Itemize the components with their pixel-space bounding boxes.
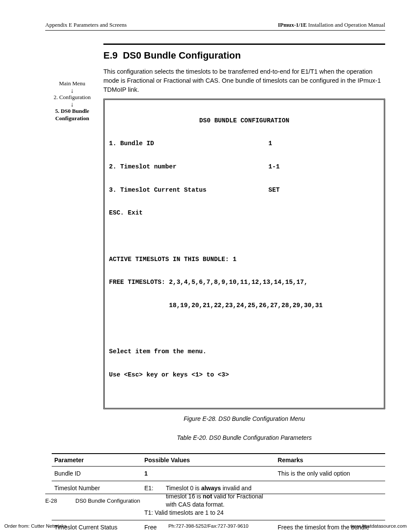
crumb-ds0-bundle-b: Configuration bbox=[41, 115, 103, 122]
col-values: Possible Values bbox=[142, 454, 275, 467]
down-arrow-icon: ↓ bbox=[41, 87, 103, 94]
page-header: Appendix E Parameters and Screens IPmux-… bbox=[45, 22, 385, 31]
footer-title: DS0 Bundle Configuration bbox=[75, 498, 140, 504]
header-right: IPmux-1/1E Installation and Operation Ma… bbox=[278, 22, 385, 28]
terminal-active: ACTIVE TIMESLOTS IN THIS BUNDLE: 1 bbox=[109, 254, 380, 265]
crumb-configuration: 2. Configuration bbox=[41, 94, 103, 101]
table-caption: Table E-20. DS0 Bundle Configuration Par… bbox=[103, 434, 385, 441]
crumb-ds0-bundle-a: 5. DS0 Bundle bbox=[41, 108, 103, 115]
terminal-use: Use <Esc> key or keys <1> to <3> bbox=[109, 369, 380, 381]
terminal-screen: DS0 BUNDLE CONFIGURATION 1. Bundle ID1 2… bbox=[103, 99, 385, 409]
terminal-title: DS0 BUNDLE CONFIGURATION bbox=[109, 115, 380, 127]
terminal-free1: FREE TIMESLOTS: 2,3,4,5,6,7,8,9,10,11,12… bbox=[109, 277, 380, 288]
figure-caption: Figure E-28. DS0 Bundle Configuration Me… bbox=[103, 415, 385, 422]
crumb-main-menu: Main Menu bbox=[41, 80, 103, 87]
terminal-row: 3. Timeslot Current StatusSET bbox=[109, 184, 380, 196]
order-phone: Ph:727-398-5252/Fax:727-397-9610 bbox=[168, 523, 249, 529]
page-number: E-28 bbox=[45, 498, 75, 504]
parameters-table: Parameter Possible Values Remarks Bundle… bbox=[52, 453, 385, 532]
section-intro: This configuration selects the timeslots… bbox=[103, 67, 385, 94]
terminal-row: 2. Timeslot number1-1 bbox=[109, 161, 380, 173]
terminal-select: Select item from the menu. bbox=[109, 346, 380, 358]
down-arrow-icon: ↓ bbox=[41, 101, 103, 108]
section-title: E.9 DS0 Bundle Configuration bbox=[103, 50, 385, 61]
table-row: Bundle ID 1 This is the only valid optio… bbox=[52, 467, 385, 481]
terminal-row: 1. Bundle ID1 bbox=[109, 138, 380, 149]
terminal-esc: ESC. Exit bbox=[109, 207, 380, 219]
order-footer: Order from: Cutter Networks Ph:727-398-5… bbox=[4, 523, 407, 529]
order-from: Order from: Cutter Networks bbox=[4, 523, 66, 529]
terminal-free2: 18,19,20,21,22,23,24,25,26,27,28,29,30,3… bbox=[109, 300, 380, 311]
col-parameter: Parameter bbox=[52, 454, 142, 467]
section-divider bbox=[103, 44, 385, 45]
page-footer: E-28 DS0 Bundle Configuration bbox=[45, 494, 385, 504]
col-remarks: Remarks bbox=[275, 454, 385, 467]
order-url: www.bestdatasource.com bbox=[350, 523, 407, 529]
header-left: Appendix E Parameters and Screens bbox=[45, 22, 127, 28]
table-header-row: Parameter Possible Values Remarks bbox=[52, 454, 385, 467]
